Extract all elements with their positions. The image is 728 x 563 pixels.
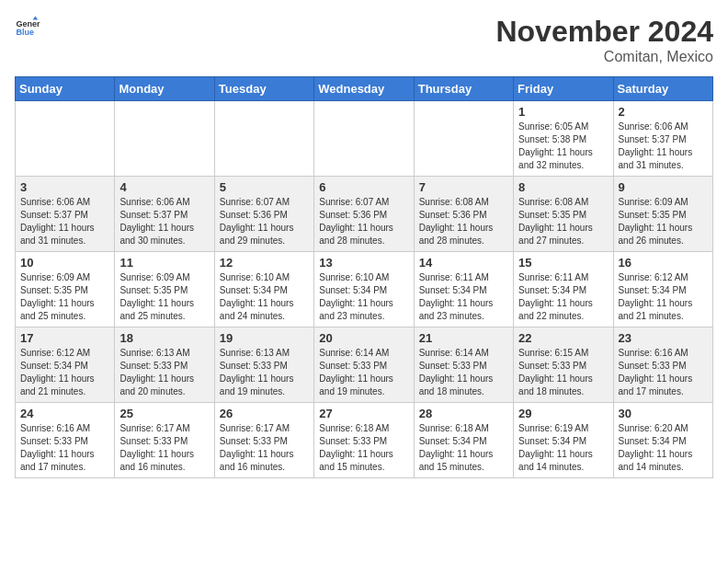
day-number: 30	[619, 407, 708, 420]
col-header-wednesday: Wednesday	[314, 77, 414, 101]
day-number: 1	[518, 105, 608, 119]
day-number: 13	[319, 256, 408, 270]
day-info: Sunrise: 6:15 AM Sunset: 5:33 PM Dayligh…	[518, 347, 608, 398]
day-info: Sunrise: 6:08 AM Sunset: 5:36 PM Dayligh…	[419, 196, 508, 247]
calendar-cell: 18Sunrise: 6:13 AM Sunset: 5:33 PM Dayli…	[115, 327, 214, 403]
day-number: 29	[518, 407, 608, 420]
calendar-cell: 9Sunrise: 6:09 AM Sunset: 5:35 PM Daylig…	[613, 177, 712, 252]
day-info: Sunrise: 6:16 AM Sunset: 5:33 PM Dayligh…	[20, 422, 109, 474]
day-number: 10	[20, 256, 109, 270]
calendar-cell: 10Sunrise: 6:09 AM Sunset: 5:35 PM Dayli…	[16, 252, 115, 327]
day-info: Sunrise: 6:20 AM Sunset: 5:34 PM Dayligh…	[619, 422, 708, 474]
day-number: 14	[419, 256, 508, 270]
day-number: 3	[20, 180, 109, 194]
day-number: 23	[619, 331, 708, 345]
day-number: 16	[619, 256, 708, 270]
calendar-cell: 17Sunrise: 6:12 AM Sunset: 5:34 PM Dayli…	[16, 327, 115, 403]
calendar-cell	[16, 101, 115, 177]
day-number: 28	[419, 407, 508, 420]
day-info: Sunrise: 6:06 AM Sunset: 5:37 PM Dayligh…	[119, 196, 209, 247]
col-header-saturday: Saturday	[613, 77, 712, 101]
day-info: Sunrise: 6:19 AM Sunset: 5:34 PM Dayligh…	[518, 422, 608, 474]
day-number: 6	[319, 180, 408, 194]
calendar-cell: 26Sunrise: 6:17 AM Sunset: 5:33 PM Dayli…	[214, 403, 313, 478]
calendar-cell: 25Sunrise: 6:17 AM Sunset: 5:33 PM Dayli…	[115, 403, 214, 478]
calendar-cell: 30Sunrise: 6:20 AM Sunset: 5:34 PM Dayli…	[613, 403, 712, 478]
calendar-week-5: 24Sunrise: 6:16 AM Sunset: 5:33 PM Dayli…	[16, 403, 713, 478]
calendar-cell: 11Sunrise: 6:09 AM Sunset: 5:35 PM Dayli…	[115, 252, 214, 327]
day-info: Sunrise: 6:09 AM Sunset: 5:35 PM Dayligh…	[20, 271, 109, 323]
day-info: Sunrise: 6:14 AM Sunset: 5:33 PM Dayligh…	[319, 347, 408, 398]
calendar-cell	[115, 101, 214, 177]
calendar-cell	[214, 101, 313, 177]
col-header-thursday: Thursday	[414, 77, 513, 101]
day-info: Sunrise: 6:18 AM Sunset: 5:33 PM Dayligh…	[319, 422, 408, 474]
day-number: 9	[619, 180, 708, 194]
calendar-cell: 14Sunrise: 6:11 AM Sunset: 5:34 PM Dayli…	[414, 252, 513, 327]
title-block: November 2024 Comitan, Mexico	[495, 15, 713, 65]
calendar-cell: 28Sunrise: 6:18 AM Sunset: 5:34 PM Dayli…	[414, 403, 513, 478]
day-number: 20	[319, 331, 408, 345]
day-info: Sunrise: 6:05 AM Sunset: 5:38 PM Dayligh…	[518, 121, 608, 172]
day-info: Sunrise: 6:18 AM Sunset: 5:34 PM Dayligh…	[419, 422, 508, 474]
calendar-cell: 29Sunrise: 6:19 AM Sunset: 5:34 PM Dayli…	[514, 403, 613, 478]
calendar-cell	[314, 101, 414, 177]
day-info: Sunrise: 6:06 AM Sunset: 5:37 PM Dayligh…	[20, 196, 109, 247]
calendar-cell	[414, 101, 513, 177]
day-number: 26	[220, 407, 309, 420]
day-info: Sunrise: 6:16 AM Sunset: 5:33 PM Dayligh…	[619, 347, 708, 398]
day-number: 7	[419, 180, 508, 194]
calendar-cell: 2Sunrise: 6:06 AM Sunset: 5:37 PM Daylig…	[613, 101, 712, 177]
day-number: 12	[220, 256, 309, 270]
day-number: 19	[220, 331, 309, 345]
day-info: Sunrise: 6:09 AM Sunset: 5:35 PM Dayligh…	[619, 196, 708, 247]
day-info: Sunrise: 6:11 AM Sunset: 5:34 PM Dayligh…	[419, 271, 508, 323]
day-info: Sunrise: 6:12 AM Sunset: 5:34 PM Dayligh…	[20, 347, 109, 398]
day-number: 11	[119, 256, 209, 270]
calendar-week-1: 1Sunrise: 6:05 AM Sunset: 5:38 PM Daylig…	[16, 101, 713, 177]
calendar-cell: 8Sunrise: 6:08 AM Sunset: 5:35 PM Daylig…	[514, 177, 613, 252]
calendar-cell: 6Sunrise: 6:07 AM Sunset: 5:36 PM Daylig…	[314, 177, 414, 252]
day-info: Sunrise: 6:17 AM Sunset: 5:33 PM Dayligh…	[119, 422, 209, 474]
calendar-cell: 5Sunrise: 6:07 AM Sunset: 5:36 PM Daylig…	[214, 177, 313, 252]
day-info: Sunrise: 6:13 AM Sunset: 5:33 PM Dayligh…	[119, 347, 209, 398]
day-info: Sunrise: 6:07 AM Sunset: 5:36 PM Dayligh…	[319, 196, 408, 247]
calendar-cell: 21Sunrise: 6:14 AM Sunset: 5:33 PM Dayli…	[414, 327, 513, 403]
svg-text:General: General	[16, 19, 40, 29]
location-subtitle: Comitan, Mexico	[495, 49, 713, 65]
calendar-cell: 13Sunrise: 6:10 AM Sunset: 5:34 PM Dayli…	[314, 252, 414, 327]
calendar-table: SundayMondayTuesdayWednesdayThursdayFrid…	[15, 76, 713, 478]
calendar-cell: 19Sunrise: 6:13 AM Sunset: 5:33 PM Dayli…	[214, 327, 313, 403]
day-info: Sunrise: 6:10 AM Sunset: 5:34 PM Dayligh…	[319, 271, 408, 323]
day-number: 4	[119, 180, 209, 194]
day-info: Sunrise: 6:12 AM Sunset: 5:34 PM Dayligh…	[619, 271, 708, 323]
day-number: 24	[20, 407, 109, 420]
day-info: Sunrise: 6:07 AM Sunset: 5:36 PM Dayligh…	[220, 196, 309, 247]
calendar-cell: 12Sunrise: 6:10 AM Sunset: 5:34 PM Dayli…	[214, 252, 313, 327]
calendar-cell: 4Sunrise: 6:06 AM Sunset: 5:37 PM Daylig…	[115, 177, 214, 252]
calendar-cell: 16Sunrise: 6:12 AM Sunset: 5:34 PM Dayli…	[613, 252, 712, 327]
col-header-sunday: Sunday	[16, 77, 115, 101]
day-number: 8	[518, 180, 608, 194]
col-header-friday: Friday	[514, 77, 613, 101]
logo: General Blue	[15, 15, 40, 40]
day-info: Sunrise: 6:08 AM Sunset: 5:35 PM Dayligh…	[518, 196, 608, 247]
day-number: 22	[518, 331, 608, 345]
calendar-week-4: 17Sunrise: 6:12 AM Sunset: 5:34 PM Dayli…	[16, 327, 713, 403]
day-number: 15	[518, 256, 608, 270]
calendar-cell: 3Sunrise: 6:06 AM Sunset: 5:37 PM Daylig…	[16, 177, 115, 252]
calendar-cell: 7Sunrise: 6:08 AM Sunset: 5:36 PM Daylig…	[414, 177, 513, 252]
day-number: 27	[319, 407, 408, 420]
page-header: General Blue November 2024 Comitan, Mexi…	[15, 15, 713, 65]
day-info: Sunrise: 6:17 AM Sunset: 5:33 PM Dayligh…	[220, 422, 309, 474]
day-number: 5	[220, 180, 309, 194]
day-info: Sunrise: 6:11 AM Sunset: 5:34 PM Dayligh…	[518, 271, 608, 323]
logo-icon: General Blue	[15, 15, 40, 40]
day-number: 2	[619, 105, 708, 119]
day-info: Sunrise: 6:10 AM Sunset: 5:34 PM Dayligh…	[220, 271, 309, 323]
svg-text:Blue: Blue	[16, 28, 34, 37]
day-info: Sunrise: 6:09 AM Sunset: 5:35 PM Dayligh…	[119, 271, 209, 323]
calendar-cell: 20Sunrise: 6:14 AM Sunset: 5:33 PM Dayli…	[314, 327, 414, 403]
day-number: 21	[419, 331, 508, 345]
day-number: 18	[119, 331, 209, 345]
